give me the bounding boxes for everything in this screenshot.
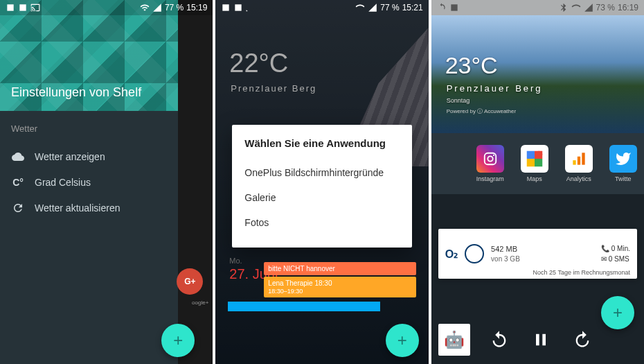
page-title: Einstellungen von Shelf — [11, 85, 141, 100]
album-art[interactable]: 🤖 — [438, 324, 470, 356]
maps-icon — [521, 145, 548, 173]
battery-text: 77 % — [165, 3, 184, 12]
fab-add[interactable]: + — [161, 324, 195, 357]
sms-row: ✉ 0 SMS — [601, 254, 630, 264]
app-twitter[interactable]: Twitte — [606, 145, 641, 182]
setting-label: Grad Celsius — [35, 177, 168, 188]
svg-rect-9 — [573, 160, 575, 165]
bluetooth-icon — [559, 3, 569, 12]
svg-rect-4 — [451, 4, 457, 10]
dialog-option-photos[interactable]: Fotos — [244, 210, 399, 235]
data-total: von 3 GB — [491, 254, 520, 263]
phone-dialog: 77 % 15:21 22°C Prenzlauer Berg Wählen S… — [215, 0, 428, 364]
status-bar: 77 % 15:19 — [0, 0, 213, 15]
weather-location: Prenzlauer Berg — [231, 83, 316, 94]
signal-icon — [584, 3, 593, 12]
calendar-day: Mo. — [229, 257, 242, 265]
instagram-icon — [476, 145, 504, 173]
weather-powered: Powered by ⓘ Accuweather — [447, 107, 517, 115]
calendar-events: bitte NICHT hannover Lena Therapie 18:30… — [264, 262, 415, 299]
svg-rect-1 — [19, 4, 26, 10]
app-chooser-dialog: Wählen Sie eine Anwendung OnePlus Bildsc… — [232, 125, 411, 248]
dialog-title: Wählen Sie eine Anwendung — [244, 137, 399, 149]
weather-temp: 23°C — [445, 52, 498, 79]
section-header: Wetter — [11, 123, 202, 134]
status-bar: 77 % 15:21 — [215, 0, 428, 15]
app-instagram[interactable]: Instagram — [473, 145, 508, 182]
dialog-option-gallery[interactable]: Galerie — [244, 185, 399, 210]
twitter-icon — [609, 145, 637, 173]
o2-logo: O₂ — [445, 248, 458, 261]
clock-text: 15:19 — [186, 3, 207, 12]
notification-icon — [18, 3, 28, 12]
wifi-icon — [140, 3, 150, 12]
svg-point-7 — [493, 155, 494, 156]
setting-row-refresh[interactable]: Wetter aktualisieren — [11, 195, 202, 221]
background-peek — [178, 0, 213, 364]
notification-icon — [449, 3, 459, 12]
battery-text: 73 % — [596, 3, 615, 12]
svg-rect-10 — [577, 157, 580, 165]
svg-point-6 — [488, 156, 492, 161]
o2-widget[interactable]: O₂ 542 MB von 3 GB 📞 0 Min. ✉ 0 SMS Noch… — [438, 229, 637, 279]
fab-add[interactable]: + — [386, 324, 419, 357]
fab-add[interactable]: + — [601, 296, 634, 329]
app-maps[interactable]: Maps — [517, 145, 552, 182]
phone-settings: 77 % 15:19 Einstellungen von Shelf Wette… — [0, 0, 213, 364]
celsius-icon: C° — [11, 177, 25, 188]
notification-icon — [6, 3, 15, 12]
signal-icon — [368, 3, 377, 12]
refresh-icon — [11, 202, 25, 214]
pause-button[interactable] — [528, 327, 553, 352]
dialog-option-oneplus[interactable]: OnePlus Bildschirmhintergründe — [244, 160, 399, 185]
setting-row-show-weather[interactable]: Wetter anzeigen — [11, 144, 202, 170]
wifi-icon — [355, 3, 365, 12]
battery-text: 77 % — [380, 3, 399, 12]
clock-text: 15:21 — [402, 3, 423, 12]
setting-label: Wetter anzeigen — [35, 151, 168, 162]
mins-row: 📞 0 Min. — [601, 243, 630, 254]
analytics-icon — [565, 145, 593, 173]
cloud-icon — [11, 150, 25, 163]
calendar-event[interactable]: Lena Therapie 18:3018:30–19:30 — [264, 277, 415, 297]
forward-button[interactable] — [570, 327, 595, 352]
svg-point-8 — [535, 151, 542, 158]
clock-text: 16:19 — [618, 3, 638, 12]
spacer — [431, 194, 644, 229]
setting-label: Wetter aktualisieren — [35, 202, 202, 214]
svg-rect-0 — [7, 4, 13, 10]
calendar-event[interactable]: bitte NICHT hannover — [264, 262, 415, 275]
phone-shelf: 73 % 16:19 23°C Prenzlauer Berg Sonntag … — [431, 0, 644, 364]
sync-icon — [437, 3, 447, 12]
weather-day: Sonntag — [447, 97, 470, 104]
svg-rect-11 — [582, 153, 584, 164]
weather-temp: 22°C — [229, 49, 288, 78]
globe-icon — [465, 244, 484, 263]
app-analytics[interactable]: Analytics — [562, 145, 596, 182]
signal-icon — [152, 3, 162, 12]
setting-row-celsius[interactable]: C° Grad Celsius — [11, 170, 202, 195]
gplus-label: oogle+ — [192, 300, 208, 306]
data-used: 542 MB — [491, 244, 520, 254]
app-shelf: Instagram Maps Analytics Twitte — [431, 133, 644, 194]
notification-icon — [233, 3, 243, 12]
cast-icon — [30, 3, 40, 12]
cast-icon — [246, 3, 256, 12]
wifi-icon — [571, 3, 581, 12]
notification-icon — [221, 3, 231, 12]
rewind-button[interactable] — [487, 327, 512, 352]
weather-location: Prenzlauer Berg — [447, 83, 543, 94]
billing-text: Noch 25 Tage im Rechnungsmonat — [533, 269, 630, 276]
svg-rect-2 — [223, 4, 229, 10]
calendar-strip — [228, 302, 379, 311]
svg-rect-3 — [235, 4, 242, 10]
status-bar: 73 % 16:19 — [431, 0, 644, 15]
